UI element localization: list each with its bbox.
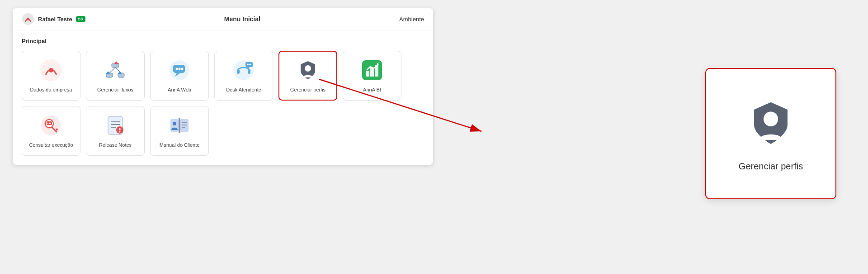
menu-item-desk-atendente[interactable]: Desk Atendente — [214, 51, 273, 101]
svg-marker-10 — [106, 71, 110, 74]
gerenciar-fluxos-label: Gerenciar fluxos — [97, 87, 133, 93]
user-name: Rafael Teste — [38, 16, 72, 23]
menu-item-dados-empresa[interactable]: Dados da empresa — [22, 51, 80, 101]
svg-point-17 — [181, 67, 184, 70]
menu-item-anna-bi[interactable]: AnnA BI — [343, 51, 401, 101]
svg-point-39 — [50, 123, 51, 124]
consultar-execucao-label: Consultar execução — [29, 142, 73, 148]
header-left: Rafael Teste BR — [22, 13, 85, 25]
svg-rect-50 — [180, 119, 189, 132]
svg-point-3 — [49, 68, 53, 72]
svg-point-37 — [47, 123, 48, 124]
svg-point-24 — [249, 63, 250, 65]
release-notes-icon — [104, 114, 127, 137]
svg-rect-29 — [370, 67, 374, 77]
window-header: Rafael Teste BR Menu Inicial Ambiente — [13, 8, 433, 30]
menu-item-release-notes[interactable]: Release Notes — [86, 106, 145, 156]
zoomed-perfis-icon — [744, 96, 798, 150]
window-content: Principal Dados da empresa — [13, 30, 433, 165]
svg-point-23 — [247, 63, 249, 65]
desk-atendente-label: Desk Atendente — [226, 87, 261, 93]
gerenciar-perfis-icon — [296, 58, 320, 82]
desk-atendente-icon — [232, 58, 255, 82]
manual-cliente-icon — [168, 114, 191, 137]
svg-point-48 — [119, 131, 121, 132]
menu-item-consultar-execucao[interactable]: Consultar execução — [22, 106, 80, 156]
svg-rect-47 — [119, 128, 121, 130]
svg-rect-51 — [179, 118, 180, 133]
dados-empresa-icon — [39, 58, 63, 82]
release-notes-label: Release Notes — [99, 142, 132, 148]
svg-rect-19 — [237, 69, 240, 74]
menu-grid-row1: Dados da empresa — [22, 51, 424, 101]
anna-bi-label: AnnA BI — [363, 87, 381, 93]
svg-point-25 — [250, 63, 251, 65]
svg-point-38 — [49, 123, 50, 124]
svg-rect-28 — [366, 71, 369, 77]
menu-grid-row2: Consultar execução — [22, 106, 424, 156]
svg-point-16 — [179, 67, 181, 70]
app-logo-icon — [22, 13, 34, 25]
svg-marker-9 — [114, 61, 118, 64]
svg-point-26 — [305, 65, 311, 72]
consultar-execucao-icon — [39, 114, 63, 137]
section-title: Principal — [22, 38, 424, 44]
header-title: Menu Inicial — [224, 15, 260, 23]
svg-point-55 — [173, 122, 176, 125]
anna-web-icon — [168, 58, 191, 82]
flag-badge: BR — [76, 16, 85, 22]
svg-rect-20 — [248, 69, 250, 74]
menu-item-manual-cliente[interactable]: Manual do Cliente — [150, 106, 209, 156]
svg-point-1 — [27, 18, 29, 20]
main-window: Rafael Teste BR Menu Inicial Ambiente Pr… — [13, 8, 433, 165]
svg-point-56 — [764, 111, 778, 126]
gerenciar-perfis-label: Gerenciar perfis — [290, 87, 326, 93]
zoomed-card: Gerenciar perfis — [705, 68, 836, 199]
menu-item-gerenciar-fluxos[interactable]: Gerenciar fluxos — [86, 51, 145, 101]
zoomed-card-label: Gerenciar perfis — [739, 161, 803, 172]
gerenciar-fluxos-icon — [104, 58, 127, 82]
menu-item-anna-web[interactable]: AnnA Web — [150, 51, 209, 101]
menu-item-gerenciar-perfis[interactable]: Gerenciar perfis — [278, 51, 337, 101]
svg-line-7 — [109, 67, 115, 73]
svg-point-15 — [176, 67, 178, 70]
manual-cliente-label: Manual do Cliente — [160, 142, 200, 148]
anna-web-label: AnnA Web — [168, 87, 191, 93]
anna-bi-icon — [360, 58, 384, 82]
dados-empresa-label: Dados da empresa — [30, 87, 72, 93]
header-ambiente: Ambiente — [399, 16, 424, 23]
